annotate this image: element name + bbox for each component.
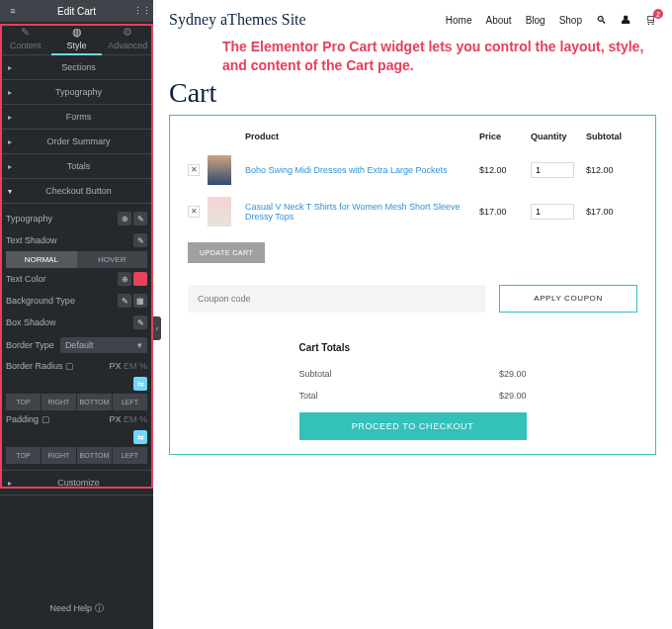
coupon-row: APPLY COUPON bbox=[188, 285, 637, 313]
tab-advanced[interactable]: ⚙Advanced bbox=[102, 22, 153, 54]
section-totals[interactable]: ▸Totals bbox=[0, 154, 153, 179]
cart-icon[interactable]: 🛒︎2 bbox=[645, 14, 656, 26]
bg-swatch[interactable]: ▦ bbox=[133, 294, 147, 308]
section-sections[interactable]: ▸Sections bbox=[0, 55, 153, 80]
color-swatch[interactable] bbox=[133, 272, 147, 286]
section-typography-label: Typography bbox=[55, 87, 102, 97]
cart-table-head: Product Price Quantity Subtotal bbox=[188, 128, 637, 149]
cell-price: $17.00 bbox=[479, 197, 531, 226]
globe-icon[interactable]: ⊕ bbox=[118, 272, 131, 286]
cart-row: ✕ Casual V Neck T Shirts for Women Mesh … bbox=[188, 191, 637, 232]
site-nav: Home About Blog Shop 🔍︎ 👤︎ 🛒︎2 bbox=[446, 14, 656, 26]
elementor-panel: ≡ Edit Cart ⋮⋮⋮ ✎Content ◍Style ⚙Advance… bbox=[0, 0, 153, 629]
th-qty: Quantity bbox=[531, 132, 586, 141]
chevron-right-icon: ▸ bbox=[8, 162, 12, 171]
product-thumbnail[interactable] bbox=[208, 197, 231, 226]
cell-price: $12.00 bbox=[479, 155, 531, 185]
state-normal[interactable]: NORMAL bbox=[6, 251, 77, 268]
globe-icon[interactable]: ⊕ bbox=[118, 212, 131, 225]
link-icon[interactable]: ⇆ bbox=[133, 377, 147, 391]
state-hover[interactable]: HOVER bbox=[77, 251, 148, 268]
remove-button[interactable]: ✕ bbox=[188, 206, 200, 218]
section-totals-label: Totals bbox=[67, 161, 91, 171]
tab-advanced-label: Advanced bbox=[108, 41, 147, 50]
search-icon[interactable]: 🔍︎ bbox=[596, 14, 607, 26]
chevron-right-icon: ▸ bbox=[8, 63, 12, 72]
edit-icon[interactable]: ✎ bbox=[133, 233, 147, 247]
section-order-summary[interactable]: ▸Order Summary bbox=[0, 130, 153, 154]
section-checkout-button[interactable]: ▾Checkout Button bbox=[0, 179, 153, 204]
apply-coupon-button[interactable]: APPLY COUPON bbox=[499, 285, 637, 313]
checkout-controls: Typography⊕✎ Text Shadow✎ NORMAL HOVER T… bbox=[0, 204, 153, 471]
panel-tabs: ✎Content ◍Style ⚙Advanced bbox=[0, 22, 153, 55]
brush-icon[interactable]: ✎ bbox=[118, 294, 131, 308]
panel-footer[interactable]: Need Help ⓘ bbox=[0, 588, 153, 629]
site-title[interactable]: Sydney aThemes Site bbox=[169, 11, 306, 29]
qty-input[interactable] bbox=[531, 162, 574, 178]
th-product: Product bbox=[237, 132, 479, 141]
chevron-down-icon: ▾ bbox=[8, 187, 12, 196]
panel-title: Edit Cart bbox=[57, 6, 96, 17]
tab-style[interactable]: ◍Style bbox=[51, 22, 103, 54]
collapse-handle[interactable]: ‹ bbox=[153, 316, 161, 340]
chevron-right-icon: ▸ bbox=[8, 137, 12, 146]
remove-button[interactable]: ✕ bbox=[188, 164, 200, 176]
site-header: Sydney aThemes Site Home About Blog Shop… bbox=[169, 8, 656, 32]
droplet-icon: ◍ bbox=[51, 26, 103, 39]
tab-content[interactable]: ✎Content bbox=[0, 22, 51, 54]
section-forms-label: Forms bbox=[66, 112, 92, 122]
checkout-button[interactable]: PROCEED TO CHECKOUT bbox=[299, 412, 527, 440]
border-type-value: Default bbox=[65, 340, 94, 350]
qty-input[interactable] bbox=[531, 204, 574, 220]
coupon-input[interactable] bbox=[188, 285, 485, 313]
total-value: $29.00 bbox=[499, 391, 527, 401]
nav-blog[interactable]: Blog bbox=[526, 15, 546, 26]
border-type-label: Border Type bbox=[6, 340, 54, 350]
product-link[interactable]: Boho Swing Midi Dresses with Extra Large… bbox=[237, 155, 479, 185]
padding-box[interactable]: TOPRIGHTBOTTOMLEFT bbox=[6, 447, 147, 464]
device-icon[interactable]: ▢ bbox=[42, 414, 50, 424]
border-type-select[interactable]: Default▾ bbox=[60, 337, 147, 353]
box-shadow-label: Box Shadow bbox=[6, 317, 56, 327]
text-shadow-label: Text Shadow bbox=[6, 235, 57, 245]
unit-px2[interactable]: PX EM % bbox=[109, 414, 147, 424]
tab-content-label: Content bbox=[10, 41, 42, 50]
cart-container: Product Price Quantity Subtotal ✕ Boho S… bbox=[169, 115, 656, 455]
apps-icon[interactable]: ⋮⋮⋮ bbox=[133, 6, 147, 16]
text-color-label: Text Color bbox=[6, 274, 46, 284]
section-customize[interactable]: ▸Customize bbox=[0, 471, 153, 495]
product-thumbnail[interactable] bbox=[208, 155, 231, 185]
chevron-right-icon: ▸ bbox=[8, 479, 12, 488]
nav-home[interactable]: Home bbox=[446, 15, 472, 26]
section-order-summary-label: Order Summary bbox=[46, 136, 110, 146]
chevron-right-icon: ▸ bbox=[8, 88, 12, 97]
menu-icon[interactable]: ≡ bbox=[6, 6, 20, 16]
cart-count-badge: 2 bbox=[653, 9, 663, 19]
section-customize-label: Customize bbox=[57, 478, 100, 488]
border-radius-label: Border Radius ▢ bbox=[6, 361, 74, 371]
unit-px[interactable]: PX EM % bbox=[109, 361, 147, 371]
annotation-text: The Elementor Pro Cart widget lets you c… bbox=[222, 38, 656, 75]
state-toggle: NORMAL HOVER bbox=[6, 251, 147, 268]
section-typography[interactable]: ▸Typography bbox=[0, 80, 153, 105]
nav-shop[interactable]: Shop bbox=[559, 15, 582, 26]
typography-label: Typography bbox=[6, 214, 52, 224]
link-icon[interactable]: ⇆ bbox=[133, 430, 147, 444]
chevron-down-icon: ▾ bbox=[137, 340, 142, 350]
padding-label: Padding ▢ bbox=[6, 414, 50, 424]
section-sections-label: Sections bbox=[61, 62, 96, 72]
border-radius-box[interactable]: TOPRIGHTBOTTOMLEFT bbox=[6, 394, 147, 410]
update-cart-button[interactable]: UPDATE CART bbox=[188, 242, 265, 263]
pencil-icon: ✎ bbox=[0, 26, 51, 39]
cell-subtotal: $12.00 bbox=[586, 155, 637, 185]
product-link[interactable]: Casual V Neck T Shirts for Women Mesh Sh… bbox=[237, 197, 479, 226]
section-forms[interactable]: ▸Forms bbox=[0, 105, 153, 130]
account-icon[interactable]: 👤︎ bbox=[621, 14, 631, 26]
edit-icon[interactable]: ✎ bbox=[133, 315, 147, 329]
total-label: Total bbox=[299, 391, 318, 401]
nav-about[interactable]: About bbox=[485, 15, 511, 26]
page-title: Cart bbox=[169, 77, 656, 109]
device-icon[interactable]: ▢ bbox=[65, 361, 74, 371]
subtotal-label: Subtotal bbox=[299, 369, 332, 379]
edit-icon[interactable]: ✎ bbox=[133, 212, 147, 225]
